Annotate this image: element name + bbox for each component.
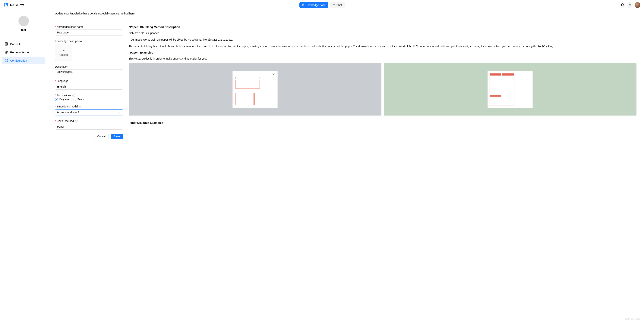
help-icon[interactable]: ?	[79, 106, 82, 108]
logo-icon	[4, 3, 9, 7]
chevron-down-icon: ⌄	[119, 125, 121, 128]
info-panel: "Paper" Chunking Method Description Only…	[129, 25, 636, 139]
description-label: Description	[55, 65, 123, 68]
page-subtitle: Update your knowledge base details espec…	[55, 12, 636, 15]
kb-name-label: Knowledge base name	[55, 25, 123, 28]
sidebar: test Dataset Retrieval testing Configura…	[0, 10, 48, 328]
radio-team[interactable]: Team	[73, 98, 84, 101]
radio-label: Team	[78, 98, 84, 101]
nav-label: Knowledge Base	[306, 3, 326, 6]
workspace-avatar	[18, 16, 29, 26]
chunk-select[interactable]: Paper ⌄	[55, 124, 123, 130]
chevron-down-icon: ⌄	[119, 85, 121, 88]
sparkle-icon	[333, 3, 335, 6]
sidebar-item-retrieval[interactable]: Retrieval testing	[2, 48, 45, 56]
translate-icon	[628, 3, 632, 7]
examples-heading: "Paper" Examples	[129, 51, 636, 54]
chunk-label: Chunk method ?	[55, 120, 123, 123]
svg-point-9	[6, 52, 7, 53]
document-icon	[4, 42, 8, 46]
chevron-down-icon: ⌄	[119, 111, 121, 114]
user-avatar[interactable]	[634, 2, 640, 8]
language-label: Language	[55, 79, 123, 82]
upload-text: Upload	[60, 53, 68, 56]
radio-circle-checked	[55, 98, 58, 101]
help-icon[interactable]: ?	[75, 120, 78, 123]
github-icon	[621, 3, 624, 7]
examples-caption: This visual guides is in order to make u…	[129, 57, 636, 61]
target-icon	[4, 50, 8, 54]
logo-text: RAGFlow	[10, 3, 24, 7]
embedding-label: Embedding model ?	[55, 105, 123, 108]
github-button[interactable]	[620, 2, 625, 8]
radio-only-me[interactable]: Only me	[55, 98, 69, 101]
kb-photo-label: Knowledge base photo	[55, 40, 123, 43]
top-right-controls	[620, 2, 640, 8]
examples-row	[129, 63, 636, 116]
svg-point-10	[6, 60, 7, 61]
example-card-2[interactable]	[384, 63, 636, 116]
radio-label: Only me	[59, 98, 69, 101]
kb-name-input[interactable]	[55, 29, 123, 35]
logo[interactable]: RAGFlow	[4, 3, 24, 7]
language-select[interactable]: English ⌄	[55, 84, 123, 90]
paper-thumb	[232, 71, 278, 108]
cancel-button[interactable]: Cancel	[94, 134, 109, 139]
book-icon	[302, 3, 305, 6]
top-nav: Knowledge Base Chat	[300, 2, 345, 8]
gear-icon	[4, 59, 8, 62]
example-card-1[interactable]	[129, 63, 382, 116]
config-form: Knowledge base name Knowledge base photo…	[55, 25, 123, 139]
language-button[interactable]	[627, 2, 633, 8]
divider	[55, 21, 636, 21]
support-text: Only PDF file is supported.	[129, 31, 636, 35]
watermark: CSDN @水的精神	[625, 318, 640, 321]
select-value: Paper	[57, 125, 64, 128]
embedding-select[interactable]: text-embedding-v2 ⌄	[55, 109, 123, 115]
upload-area[interactable]: + Upload	[55, 44, 72, 61]
description-input[interactable]	[55, 69, 123, 75]
plus-icon: +	[63, 49, 65, 53]
nav-chat[interactable]: Chat	[330, 2, 345, 8]
radio-circle	[73, 98, 76, 101]
sidebar-item-configuration[interactable]: Configuration	[2, 57, 45, 64]
benefit-text: The benefit of doing this is that LLM ca…	[129, 44, 636, 48]
workspace-header: test	[2, 14, 45, 35]
sidebar-divider	[2, 37, 45, 37]
paper-thumb	[488, 71, 533, 108]
workspace-name: test	[2, 28, 45, 31]
dialogue-heading: Paper Dialogue Examples	[129, 121, 636, 124]
sidebar-item-label: Configuration	[10, 59, 27, 62]
sidebar-item-label: Dataset	[10, 42, 20, 46]
help-icon[interactable]: ?	[72, 94, 75, 97]
main-content: Update your knowledge base details espec…	[48, 10, 644, 328]
top-bar: RAGFlow Knowledge Base Chat	[0, 0, 644, 10]
chunking-desc-heading: "Paper" Chunking Method Description	[129, 25, 636, 28]
nav-label: Chat	[336, 3, 342, 6]
select-value: text-embedding-v2	[57, 111, 79, 114]
nav-knowledge-base[interactable]: Knowledge Base	[300, 2, 328, 8]
sliced-text: If our model works well, the paper will …	[129, 38, 636, 42]
permissions-label: Permissions ?	[55, 94, 123, 97]
save-button[interactable]: Save	[110, 134, 123, 139]
sidebar-item-label: Retrieval testing	[10, 51, 30, 54]
select-value: English	[57, 85, 66, 88]
sidebar-item-dataset[interactable]: Dataset	[2, 40, 45, 48]
